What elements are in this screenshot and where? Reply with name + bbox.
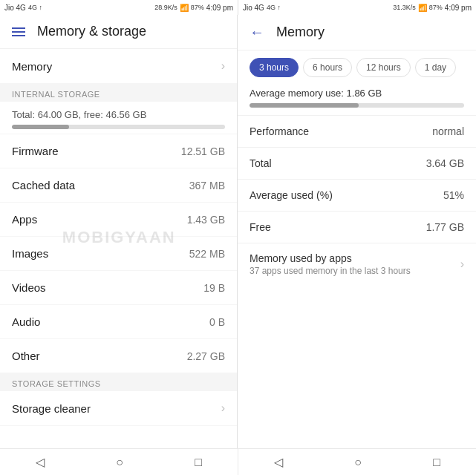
right-status-bar: Jio 4G 4G ↑ 31.3K/s 📶 87% 4:09 pm <box>238 0 476 15</box>
storage-info: Total: 64.00 GB, free: 46.56 GB <box>0 102 237 134</box>
free-row: Free 1.77 GB <box>238 211 476 243</box>
images-value: 522 MB <box>189 248 225 260</box>
left-speed: 28.9K/s <box>154 4 177 11</box>
apps-label: Apps <box>12 213 37 226</box>
left-nav-bar: ◁ ○ □ <box>0 449 238 475</box>
storage-bar-fill <box>12 125 69 129</box>
free-value: 1.77 GB <box>426 221 464 233</box>
memory-apps-text: Memory used by apps 37 apps used memory … <box>250 252 460 276</box>
memory-label: Memory <box>12 60 52 73</box>
right-panel: ← Memory 3 hours 6 hours 12 hours 1 day … <box>238 15 476 448</box>
back-arrow-icon[interactable]: ← <box>250 24 264 41</box>
storage-cleaner-chevron-icon: › <box>221 402 225 415</box>
videos-label: Videos <box>12 281 46 294</box>
tab-1day[interactable]: 1 day <box>415 58 456 77</box>
left-panel: Memory & storage Memory › INTERNAL STORA… <box>0 15 238 448</box>
left-recents-nav-icon[interactable]: □ <box>195 456 202 469</box>
right-recents-nav-icon[interactable]: □ <box>433 456 440 469</box>
internal-storage-header: INTERNAL STORAGE <box>0 84 237 102</box>
performance-label: Performance <box>250 125 309 137</box>
left-signal-icon: 📶 <box>180 4 189 12</box>
memory-chevron-icon: › <box>221 59 225 73</box>
right-nav-bar: ◁ ○ □ <box>238 449 476 475</box>
total-row: Total 3.64 GB <box>238 147 476 179</box>
apps-value: 1.43 GB <box>187 214 225 226</box>
videos-value: 19 B <box>203 282 225 294</box>
left-time: 4:09 pm <box>206 4 233 12</box>
performance-row: Performance normal <box>238 115 476 147</box>
avg-memory-label: Average memory use: 1.86 GB <box>238 85 476 103</box>
right-battery: 87% <box>429 4 443 11</box>
storage-progress-bar <box>12 125 225 129</box>
memory-progress-bar <box>250 103 464 108</box>
storage-total-label: Total: 64.00 GB, free: 46.56 GB <box>12 109 225 120</box>
list-item: Apps 1.43 GB <box>0 203 237 237</box>
storage-settings-header: STORAGE SETTINGS <box>0 373 237 391</box>
memory-apps-row[interactable]: Memory used by apps 37 apps used memory … <box>238 243 476 285</box>
right-panel-title: Memory <box>276 24 325 40</box>
images-label: Images <box>12 247 48 260</box>
performance-value: normal <box>432 125 464 137</box>
avg-used-value: 51% <box>443 189 464 201</box>
memory-apps-title: Memory used by apps <box>250 252 460 264</box>
time-tabs-container: 3 hours 6 hours 12 hours 1 day <box>238 50 476 85</box>
left-panel-title: Memory & storage <box>37 24 146 39</box>
memory-bar-fill <box>250 103 359 108</box>
list-item[interactable]: Cached data 367 MB <box>0 168 237 203</box>
right-4g-icon: 4G ↑ <box>267 4 281 11</box>
right-back-nav-icon[interactable]: ◁ <box>274 455 283 469</box>
memory-apps-chevron-icon: › <box>460 258 464 271</box>
firmware-value: 12.51 GB <box>181 145 225 157</box>
storage-cleaner-item[interactable]: Storage cleaner › <box>0 391 237 426</box>
audio-label: Audio <box>12 315 40 328</box>
cached-data-value: 367 MB <box>189 180 225 191</box>
total-value: 3.64 GB <box>426 157 464 169</box>
audio-value: 0 B <box>209 316 225 328</box>
nav-bars-container: ◁ ○ □ ◁ ○ □ <box>0 448 476 475</box>
left-status-bar: Jio 4G 4G ↑ 28.9K/s 📶 87% 4:09 pm <box>0 0 238 15</box>
right-speed: 31.3K/s <box>393 4 416 11</box>
right-carrier: Jio 4G <box>243 4 264 12</box>
other-value: 2.27 GB <box>187 350 225 362</box>
free-label: Free <box>250 221 271 233</box>
left-battery: 87% <box>191 4 204 11</box>
right-time: 4:09 pm <box>445 4 472 12</box>
left-home-nav-icon[interactable]: ○ <box>116 456 123 469</box>
cached-data-label: Cached data <box>12 179 75 191</box>
storage-cleaner-label: Storage cleaner <box>12 402 91 415</box>
list-item: Images 522 MB <box>0 237 237 271</box>
memory-item[interactable]: Memory › <box>0 49 237 84</box>
left-carrier: Jio 4G <box>4 4 26 12</box>
right-header: ← Memory <box>238 15 476 50</box>
right-home-nav-icon[interactable]: ○ <box>354 456 362 469</box>
tab-3hours[interactable]: 3 hours <box>250 58 299 77</box>
status-bars-container: Jio 4G 4G ↑ 28.9K/s 📶 87% 4:09 pm Jio 4G… <box>0 0 476 15</box>
tab-6hours[interactable]: 6 hours <box>303 58 352 77</box>
firmware-label: Firmware <box>12 145 59 157</box>
right-signal-icon: 📶 <box>418 4 427 12</box>
tab-12hours[interactable]: 12 hours <box>356 58 411 77</box>
avg-used-label: Average used (%) <box>250 189 333 201</box>
list-item: Firmware 12.51 GB <box>0 134 237 168</box>
other-label: Other <box>12 350 40 362</box>
left-header: Memory & storage <box>0 15 237 49</box>
left-4g-icon: 4G ↑ <box>28 4 42 11</box>
memory-apps-subtitle: 37 apps used memory in the last 3 hours <box>250 266 460 276</box>
left-back-nav-icon[interactable]: ◁ <box>36 455 45 469</box>
list-item: Other 2.27 GB <box>0 339 237 373</box>
avg-used-row: Average used (%) 51% <box>238 179 476 211</box>
list-item: Audio 0 B <box>0 305 237 339</box>
list-item: Videos 19 B <box>0 271 237 305</box>
total-label: Total <box>250 157 272 169</box>
hamburger-menu-icon[interactable] <box>12 27 25 36</box>
